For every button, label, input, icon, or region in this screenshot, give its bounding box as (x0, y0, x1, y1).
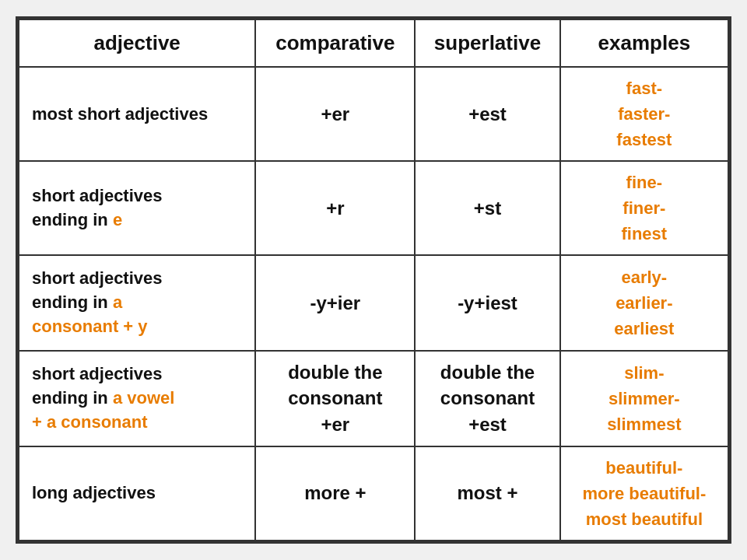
adjective-text: short adjectives (32, 186, 163, 205)
comparative-cell: +er (255, 67, 415, 161)
table-row: long adjectivesmore +most +beautiful- mo… (19, 446, 728, 541)
examples-text: early- earlier- earliest (614, 268, 674, 338)
table-header: adjective comparative superlative exampl… (19, 19, 728, 67)
comparative-cell: double the consonant +er (255, 351, 415, 446)
examples-text: fine- finer- finest (621, 173, 667, 243)
adjective-text: e (113, 210, 122, 229)
adjective-text: + a consonant (32, 412, 148, 432)
adjective-text: a (113, 292, 122, 312)
header-adjective: adjective (19, 19, 255, 67)
table-row: most short adjectives+er+estfast- faster… (19, 67, 728, 161)
adjective-cell: short adjectivesending in a vowel+ a con… (19, 351, 255, 446)
table-row: short adjectivesending in aconsonant + y… (19, 255, 728, 350)
examples-text: beautiful- more beautiful- most beautifu… (582, 458, 706, 529)
examples-cell: beautiful- more beautiful- most beautifu… (560, 446, 728, 541)
examples-cell: slim- slimmer- slimmest (560, 351, 728, 446)
adjective-text: long adjectives (32, 483, 156, 502)
superlative-cell: +st (415, 161, 559, 255)
superlative-text: +est (468, 103, 507, 124)
comparative-text: double the consonant +er (288, 362, 382, 435)
superlative-cell: -y+iest (415, 255, 559, 350)
superlative-text: most + (457, 482, 517, 503)
superlative-text: double the consonant +est (440, 362, 535, 435)
adjective-text: short adjectives (32, 364, 163, 383)
examples-cell: early- earlier- earliest (560, 255, 728, 350)
table-row: short adjectivesending in a vowel+ a con… (19, 351, 728, 446)
adjective-text: consonant + y (32, 317, 148, 336)
adjective-text: a vowel (113, 388, 174, 408)
comparative-cell: -y+ier (255, 255, 415, 350)
superlative-text: -y+iest (458, 292, 517, 313)
adjective-text: ending in (32, 388, 113, 408)
comparative-cell: +r (255, 161, 415, 255)
superlative-cell: double the consonant +est (415, 351, 559, 446)
adjective-cell: short adjectivesending in e (19, 161, 255, 255)
header-comparative: comparative (255, 19, 415, 67)
table-row: short adjectivesending in e+r+stfine- fi… (19, 161, 728, 255)
adjective-text: short adjectives (32, 268, 163, 288)
adjective-cell: most short adjectives (19, 67, 255, 161)
comparative-text: -y+ier (310, 292, 360, 313)
superlative-cell: most + (415, 446, 559, 541)
header-superlative: superlative (415, 19, 559, 67)
header-examples: examples (560, 19, 728, 67)
superlative-cell: +est (415, 67, 559, 161)
grammar-table: adjective comparative superlative exampl… (16, 16, 731, 543)
examples-cell: fine- finer- finest (560, 161, 728, 255)
adjective-text: ending in (32, 292, 113, 312)
comparative-text: +r (326, 198, 344, 219)
examples-cell: fast- faster- fastest (560, 67, 728, 161)
examples-text: slim- slimmer- slimmest (607, 363, 681, 434)
adjective-text: ending in (32, 210, 113, 229)
adjective-cell: short adjectivesending in aconsonant + y (19, 255, 255, 350)
adjective-text: most short adjectives (32, 104, 208, 124)
comparative-text: more + (304, 482, 366, 503)
examples-text: fast- faster- fastest (616, 79, 672, 149)
superlative-text: +st (474, 198, 501, 219)
comparative-cell: more + (255, 446, 415, 541)
adjective-cell: long adjectives (19, 446, 255, 541)
comparative-text: +er (321, 103, 349, 124)
